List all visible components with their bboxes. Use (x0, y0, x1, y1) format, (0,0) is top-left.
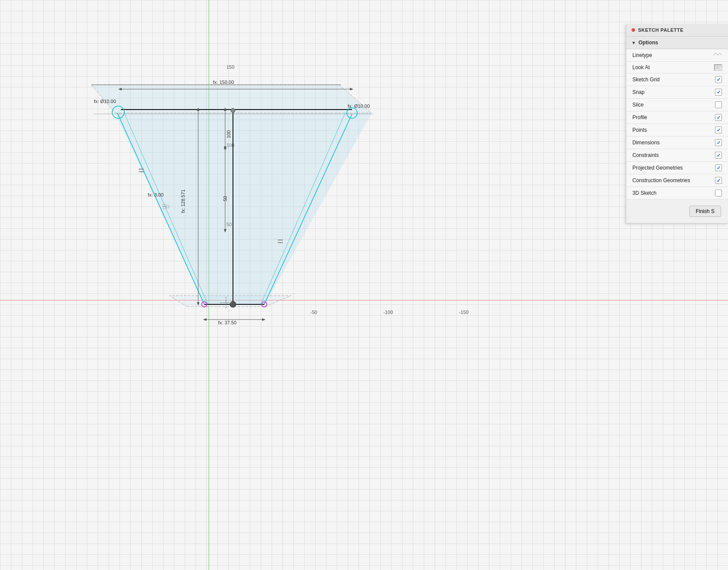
palette-row-constrgeo: Construction Geometries (626, 174, 728, 187)
points-label: Points (632, 127, 647, 133)
palette-row-linetype: Linetype (626, 49, 728, 62)
points-checkbox[interactable] (715, 127, 722, 133)
vertical-axis (209, 0, 209, 570)
palette-row-snap: Snap (626, 86, 728, 99)
palette-row-slice: Slice (626, 99, 728, 111)
palette-header: SKETCH PALETTE (626, 24, 728, 37)
dimensions-checkbox[interactable] (715, 139, 722, 146)
finish-sketch-button[interactable]: Finish S (689, 206, 721, 217)
horizontal-axis (0, 300, 728, 300)
sketch-palette-panel: SKETCH PALETTE ▼ Options Linetype Look A… (626, 24, 728, 223)
palette-row-profile: Profile (626, 111, 728, 124)
section-arrow: ▼ (632, 40, 636, 45)
3dsketch-checkbox[interactable] (715, 190, 722, 197)
dimensions-label: Dimensions (632, 140, 660, 146)
palette-section[interactable]: ▼ Options (626, 37, 728, 49)
palette-row-lookat: Look At (626, 62, 728, 73)
palette-row-constraints: Constraints (626, 149, 728, 162)
snap-label: Snap (632, 89, 645, 95)
axis-label-100-pos: 100 (226, 143, 234, 148)
constraints-checkbox[interactable] (715, 152, 722, 159)
projgeo-checkbox[interactable] (715, 164, 722, 171)
grid-background (0, 0, 728, 570)
profile-label: Profile (632, 114, 647, 120)
section-label: Options (638, 40, 658, 46)
slice-label: Slice (632, 102, 644, 108)
axis-label-neg100: -100 (383, 310, 393, 315)
lookat-label: Look At (632, 64, 650, 70)
slice-checkbox[interactable] (715, 101, 722, 108)
palette-row-sketchgrid: Sketch Grid (626, 73, 728, 86)
lookat-icon[interactable] (714, 64, 722, 70)
linetype-icon[interactable] (713, 52, 722, 59)
palette-row-dimensions: Dimensions (626, 137, 728, 149)
profile-checkbox[interactable] (715, 114, 722, 121)
palette-row-projgeo: Projected Geometries (626, 162, 728, 174)
palette-dot (632, 28, 635, 32)
sketchgrid-checkbox[interactable] (715, 76, 722, 83)
palette-row-3dsketch: 3D Sketch (626, 187, 728, 200)
projgeo-label: Projected Geometries (632, 165, 683, 171)
palette-title: SKETCH PALETTE (638, 27, 684, 33)
constrgeo-label: Construction Geometries (632, 177, 690, 183)
axis-label-neg150: -150 (459, 310, 469, 315)
axis-label-50-pos: 50 (226, 222, 232, 227)
3dsketch-label: 3D Sketch (632, 190, 656, 196)
axis-label-150-pos: 150 (226, 64, 234, 70)
axis-label-neg50: -50 (310, 310, 317, 315)
constraints-label: Constraints (632, 152, 659, 158)
sketchgrid-label: Sketch Grid (632, 77, 660, 83)
canvas-area: 150 100 50 -50 -100 -150 (0, 0, 728, 570)
linetype-label: Linetype (632, 52, 652, 58)
constrgeo-checkbox[interactable] (715, 177, 722, 184)
snap-checkbox[interactable] (715, 89, 722, 96)
svg-rect-55 (715, 65, 722, 71)
palette-row-points: Points (626, 124, 728, 137)
